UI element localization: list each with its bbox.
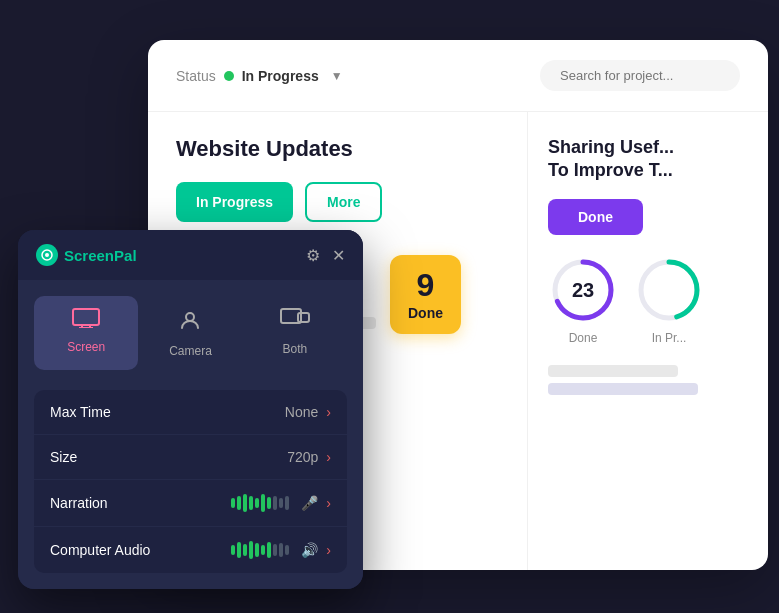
- maxtime-value-area: None ›: [285, 404, 331, 420]
- cbar3: [243, 544, 247, 556]
- size-value: 720p: [287, 449, 318, 465]
- bar3: [243, 494, 247, 512]
- bar7: [267, 497, 271, 509]
- cbar6: [261, 545, 265, 555]
- circles-row: 23 Done In Pr...: [548, 255, 748, 345]
- recorder-titlebar: ScreenPal ⚙ ✕: [18, 230, 363, 280]
- size-value-area: 720p ›: [287, 449, 331, 465]
- cbar9: [279, 543, 283, 557]
- screen-tab-icon: [72, 308, 100, 334]
- more-button[interactable]: More: [305, 182, 382, 222]
- done-number: 23: [572, 278, 594, 301]
- status-dropdown-arrow[interactable]: ▼: [331, 69, 343, 83]
- close-button[interactable]: ✕: [332, 246, 345, 265]
- in-progress-button[interactable]: In Progress: [176, 182, 293, 222]
- bar10: [285, 496, 289, 510]
- card-header: Status In Progress ▼: [148, 40, 768, 112]
- cbar7: [267, 542, 271, 558]
- bar5: [255, 498, 259, 508]
- done-badge: 9 Done: [390, 255, 461, 334]
- cbar4: [249, 541, 253, 559]
- setting-row-size[interactable]: Size 720p ›: [34, 435, 347, 480]
- settings-section: Max Time None › Size 720p › Narration: [34, 390, 347, 573]
- blurred-area: [548, 365, 748, 395]
- logo-pal: Pal: [114, 247, 137, 264]
- camera-tab-label: Camera: [169, 344, 212, 358]
- search-input[interactable]: [540, 60, 740, 91]
- computer-audio-meter: [231, 541, 289, 559]
- mode-tabs: Screen Camera: [34, 296, 347, 370]
- svg-point-5: [45, 253, 49, 257]
- circle-stat-inprogress: In Pr...: [634, 255, 704, 345]
- recorder-controls: ⚙ ✕: [306, 246, 345, 265]
- logo-icon: [36, 244, 58, 266]
- inprogress-label: In Pr...: [634, 331, 704, 345]
- mic-icon: 🎤: [301, 495, 318, 511]
- size-chevron: ›: [326, 449, 331, 465]
- setting-row-narration[interactable]: Narration 🎤 ›: [34, 480, 347, 527]
- done-badge-number: 9: [408, 267, 443, 304]
- svg-point-10: [186, 313, 194, 321]
- maxtime-value: None: [285, 404, 318, 420]
- narration-audio-meter: [231, 494, 289, 512]
- size-label: Size: [50, 449, 77, 465]
- both-tab-icon: [280, 308, 310, 336]
- speaker-icon: 🔊: [301, 542, 318, 558]
- cbar8: [273, 544, 277, 556]
- settings-button[interactable]: ⚙: [306, 246, 320, 265]
- computer-audio-value-area: 🔊 ›: [231, 541, 331, 559]
- narration-label: Narration: [50, 495, 108, 511]
- recorder-logo: ScreenPal: [36, 244, 137, 266]
- logo-screen: Screen: [64, 247, 114, 264]
- inprogress-ring: [634, 255, 704, 325]
- cbar10: [285, 545, 289, 555]
- project-buttons: In Progress More: [176, 182, 499, 222]
- done-label: Done: [548, 331, 618, 345]
- project-title: Website Updates: [176, 136, 499, 162]
- tab-both[interactable]: Both: [243, 296, 347, 370]
- cbar1: [231, 545, 235, 555]
- narration-value-area: 🎤 ›: [231, 494, 331, 512]
- camera-tab-icon: [178, 308, 202, 338]
- maxtime-label: Max Time: [50, 404, 111, 420]
- bar4: [249, 496, 253, 510]
- done-button[interactable]: Done: [548, 199, 643, 235]
- status-dot-green: [224, 71, 234, 81]
- circle-stat-done: 23 Done: [548, 255, 618, 345]
- status-area: Status In Progress ▼: [176, 68, 343, 84]
- cbar5: [255, 543, 259, 557]
- recorder-body: Screen Camera: [18, 280, 363, 589]
- svg-rect-6: [73, 309, 99, 325]
- bar8: [273, 496, 277, 510]
- logo-text: ScreenPal: [64, 247, 137, 264]
- computer-audio-label: Computer Audio: [50, 542, 150, 558]
- sharing-title: Sharing Usef...To Improve T...: [548, 136, 748, 183]
- done-ring: 23: [548, 255, 618, 325]
- recorder-window: ScreenPal ⚙ ✕ Screen: [18, 230, 363, 589]
- computer-audio-chevron: ›: [326, 542, 331, 558]
- maxtime-chevron: ›: [326, 404, 331, 420]
- status-text-label: Status: [176, 68, 216, 84]
- screen-tab-label: Screen: [67, 340, 105, 354]
- narration-chevron: ›: [326, 495, 331, 511]
- tab-screen[interactable]: Screen: [34, 296, 138, 370]
- bar2: [237, 496, 241, 510]
- tab-camera[interactable]: Camera: [138, 296, 242, 370]
- sharing-column: Sharing Usef...To Improve T... Done 23 D…: [528, 112, 768, 570]
- setting-row-computer-audio[interactable]: Computer Audio 🔊 ›: [34, 527, 347, 573]
- bar9: [279, 498, 283, 508]
- status-value: In Progress: [242, 68, 319, 84]
- both-tab-label: Both: [282, 342, 307, 356]
- setting-row-maxtime[interactable]: Max Time None ›: [34, 390, 347, 435]
- bar1: [231, 498, 235, 508]
- cbar2: [237, 542, 241, 558]
- bar6: [261, 494, 265, 512]
- done-badge-label: Done: [408, 305, 443, 321]
- svg-rect-12: [298, 313, 309, 322]
